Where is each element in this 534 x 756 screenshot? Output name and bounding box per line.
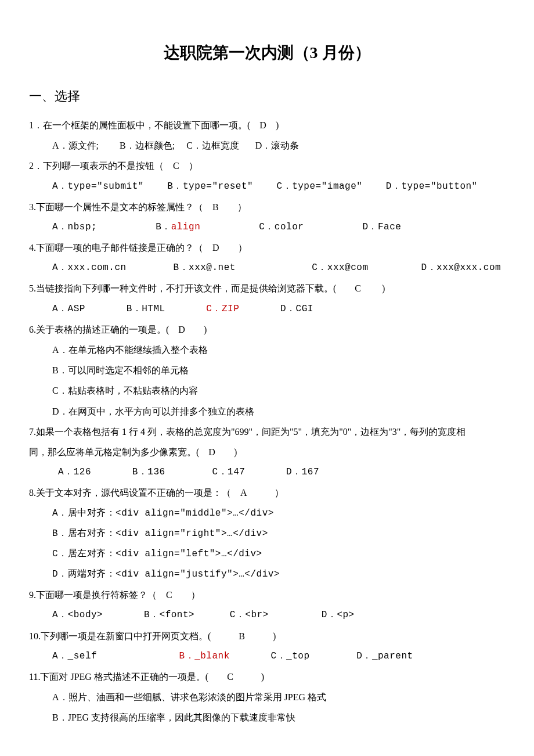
question-9-stem: 9.下面哪一项是换行符标签？（ C ） xyxy=(29,585,505,605)
question-9-options: A．<body> B．<font> C．<br> D．<p> xyxy=(29,605,505,625)
q7-opt-d: D．167 xyxy=(286,467,319,477)
q8-opt-c: C．居左对齐：<div align="left">…</div> xyxy=(29,544,505,564)
question-8-stem: 8.关于文本对齐，源代码设置不正确的一项是：（ A ） xyxy=(29,483,505,503)
question-3-options: A．nbsp; B．align C．color D．Face xyxy=(29,217,505,237)
question-3-stem: 3.下面哪一个属性不是文本的标签属性？（ B ） xyxy=(29,197,505,217)
q4-opt-b: B．xxx@.net xyxy=(173,262,235,273)
question-2-stem: 2．下列哪一项表示的不是按钮（ C ） xyxy=(29,156,505,176)
q5-opt-b: B．HTML xyxy=(127,304,165,314)
q8-opt-d: D．两端对齐：<div align="justify">…</div> xyxy=(29,564,505,585)
q10-opt-b-red: _blank xyxy=(194,651,230,661)
question-4-stem: 4.下面哪一项的电子邮件链接是正确的？（ D ） xyxy=(29,237,505,258)
q4-opt-d: D．xxx@xxx.com xyxy=(421,262,501,273)
q6-opt-c: C．粘贴表格时，不粘贴表格的内容 xyxy=(29,380,505,401)
q2-opt-b: B．type="reset" xyxy=(167,181,253,192)
page-title: 达职院第一次内测（3 月份） xyxy=(29,35,505,71)
question-4-options: A．xxx.com.cn B．xxx@.net C．xxx@com D．xxx@… xyxy=(29,258,505,278)
q6-opt-d: D．在网页中，水平方向可以并排多个独立的表格 xyxy=(29,401,505,422)
q9-opt-d: D．<p> xyxy=(322,610,355,620)
q8-opt-a: A．居中对齐：<div align="middle">…</div> xyxy=(29,503,505,524)
question-2-options: A．type="submit" B．type="reset" C．type="i… xyxy=(29,177,505,197)
q7-opt-a: A．126 xyxy=(58,467,91,477)
q2-opt-a: A．type="submit" xyxy=(52,181,144,192)
q4-opt-a: A．xxx.com.cn xyxy=(52,262,127,273)
q5-opt-c-red: ZIP xyxy=(222,304,239,314)
q3-opt-d: D．Face xyxy=(362,222,401,232)
q8-opt-b: B．居右对齐：<div align="right">…</div> xyxy=(29,524,505,544)
q10-opt-a: A．_self xyxy=(52,651,97,661)
question-11-stem: 11.下面对 JPEG 格式描述不正确的一项是。( C ) xyxy=(29,667,505,687)
q11-opt-b: B．JPEG 支持很高的压缩率，因此其图像的下载速度非常快 xyxy=(29,707,505,728)
question-7-stem-line2: 同，那么应将单元格定制为多少像素宽。( D ) xyxy=(29,442,505,462)
q6-opt-a: A．在单元格内不能继续插入整个表格 xyxy=(29,340,505,360)
q9-opt-b: B．<font> xyxy=(144,610,194,620)
q2-opt-d: D．type="button" xyxy=(386,181,478,192)
q1-opt-d: D．滚动条 xyxy=(255,141,300,150)
q5-opt-d: D．CGI xyxy=(280,304,313,314)
q3-opt-b-pre: B． xyxy=(156,222,171,232)
q2-opt-c: C．type="image" xyxy=(277,181,363,192)
q3-opt-a: A．nbsp; xyxy=(52,222,97,232)
q5-opt-c-pre: C． xyxy=(206,304,222,314)
q6-opt-b: B．可以同时选定不相邻的单元格 xyxy=(29,360,505,380)
q4-opt-c: C．xxx@com xyxy=(312,262,368,273)
q3-opt-c: C．color xyxy=(259,222,304,232)
q10-opt-b-pre: B． xyxy=(179,651,195,661)
q9-opt-c: C．<br> xyxy=(230,610,269,620)
q7-opt-c: C．147 xyxy=(212,467,245,477)
question-1-options: A．源文件; B．边框颜色; C．边框宽度 D．滚动条 xyxy=(29,135,505,156)
q5-opt-a: A．ASP xyxy=(52,304,85,314)
q10-opt-d: D．_parent xyxy=(356,651,413,661)
question-10-options: A．_self B．_blank C．_top D．_parent xyxy=(29,646,505,667)
q1-opt-a: A．源文件; xyxy=(52,141,99,150)
q3-opt-b-red: align xyxy=(171,222,201,232)
question-5-options: A．ASP B．HTML C．ZIP D．CGI xyxy=(29,299,505,319)
question-5-stem: 5.当链接指向下列哪一种文件时，不打开该文件，而是提供给浏览器下载。( C ) xyxy=(29,278,505,298)
question-6-stem: 6.关于表格的描述正确的一项是。( D ) xyxy=(29,319,505,340)
section-heading: 一、选择 xyxy=(29,82,505,110)
q1-opt-b: B．边框颜色; xyxy=(120,141,175,150)
q9-opt-a: A．<body> xyxy=(52,610,103,620)
question-7-options: A．126 B．136 C．147 D．167 xyxy=(29,462,505,483)
q7-opt-b: B．136 xyxy=(132,467,165,477)
question-10-stem: 10.下列哪一项是在新窗口中打开网页文档。( B ) xyxy=(29,626,505,646)
q11-opt-a: A．照片、油画和一些细腻、讲求色彩浓淡的图片常采用 JPEG 格式 xyxy=(29,687,505,707)
question-1-stem: 1．在一个框架的属性面板中，不能设置下面哪一项。( D ) xyxy=(29,115,505,135)
question-7-stem-line1: 7.如果一个表格包括有 1 行 4 列，表格的总宽度为"699"，间距为"5"，… xyxy=(29,422,505,442)
q1-opt-c: C．边框宽度 xyxy=(186,141,239,150)
q10-opt-c: C．_top xyxy=(270,651,309,661)
